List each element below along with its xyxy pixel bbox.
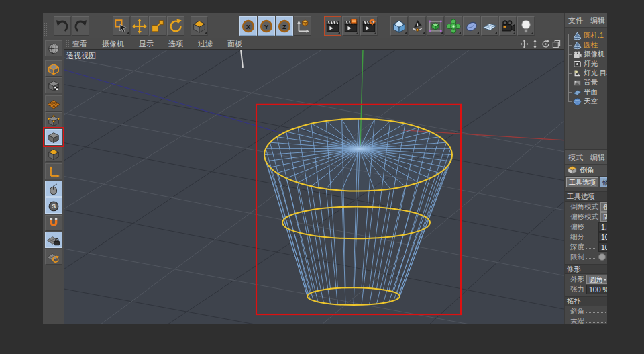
camera-button[interactable] (499, 16, 517, 36)
object-manager-menu-1[interactable]: 编辑 (590, 15, 605, 26)
workplane-mode-button[interactable] (45, 95, 62, 112)
tweak-mode-button[interactable] (45, 181, 62, 197)
coordinate-system-button[interactable] (294, 16, 311, 36)
viewport-label: 透视视图 (66, 51, 96, 61)
object-name: 摄像机 (584, 50, 605, 59)
render-group (324, 16, 378, 36)
object-row[interactable]: 摄像机 (565, 50, 607, 59)
generators-button[interactable] (427, 16, 444, 36)
value-field[interactable]: 10 (598, 232, 607, 242)
environment-floor-button[interactable] (481, 16, 498, 36)
object-row[interactable]: 灯光 (565, 59, 607, 69)
texture-mode-button[interactable] (45, 77, 62, 93)
dropdown[interactable]: 圆角 (586, 275, 607, 284)
points-mode-icon (46, 114, 61, 128)
object-row[interactable]: 圆柱 (565, 40, 607, 50)
object-row[interactable]: 圆柱.1 (565, 31, 607, 40)
section-header[interactable]: 工具选项 (565, 191, 607, 202)
checkbox[interactable] (598, 253, 606, 261)
attribute-label: 细分 (570, 232, 584, 242)
lock-x-axis-button[interactable]: X (239, 16, 257, 36)
viewport-menu-2[interactable]: 显示 (139, 39, 154, 49)
deformers-icon (445, 18, 462, 34)
add-primitive-button[interactable] (390, 16, 408, 36)
render-settings-button[interactable] (360, 16, 378, 36)
render-picture-viewer-button[interactable] (342, 16, 360, 36)
move-button[interactable] (131, 16, 148, 36)
polygons-mode-button[interactable] (45, 146, 62, 162)
object-row[interactable]: 平面 (565, 87, 607, 97)
right-panel: 文件编辑 圆柱.1圆柱摄像机灯光灯光.目标.1背景平面天空 模式编辑 倒角 工具… (564, 13, 607, 324)
lock-z-axis-button[interactable]: Z (276, 16, 293, 36)
attribute-label: 限制 (570, 253, 584, 262)
scene-svg (64, 50, 564, 324)
render-picture-viewer-icon (343, 18, 359, 34)
rotate-button[interactable] (167, 16, 184, 36)
viewport-menu-1[interactable]: 摄像机 (102, 39, 124, 49)
section-header[interactable]: 修形 (565, 264, 607, 274)
tweak-mode-icon (46, 182, 61, 196)
viewport-menu-4[interactable]: 过滤 (198, 39, 213, 49)
spline-pen-button[interactable] (409, 16, 426, 36)
scale-button[interactable] (149, 16, 166, 36)
deformers-button[interactable] (445, 16, 462, 36)
attribute-manager-menu-1[interactable]: 编辑 (590, 152, 605, 163)
enable-axis-button[interactable] (45, 163, 62, 179)
viewport-canvas[interactable]: 透视视图 (64, 49, 564, 324)
tab-shaping[interactable]: 修形 (600, 177, 607, 187)
render-view-button[interactable] (324, 16, 341, 36)
cam-icon (573, 50, 582, 59)
pan-view-button[interactable] (520, 40, 529, 48)
workplane-grid-button[interactable] (45, 249, 62, 265)
object-row[interactable]: 天空 (565, 97, 607, 106)
redo-icon (72, 18, 89, 34)
volume-button[interactable] (463, 16, 480, 36)
zoom-view-icon (531, 40, 539, 48)
object-manager-menu-0[interactable]: 文件 (568, 15, 583, 26)
lock-y-axis-button[interactable]: Y (258, 16, 275, 36)
attribute-label: 斜角 (570, 307, 584, 316)
object-row[interactable]: 灯光.目标.1 (565, 69, 607, 78)
attribute-manager: 模式编辑 倒角 工具选项修形 工具选项倒角模式倒偏移模式固偏移1.5细分10深度… (565, 149, 607, 324)
snap-button[interactable] (45, 215, 62, 231)
last-used-tool-button[interactable] (191, 16, 208, 36)
object-icon-wrap (573, 50, 582, 59)
toolbar-grip[interactable] (44, 16, 48, 36)
live-selection-button[interactable] (113, 16, 130, 36)
sky-icon (573, 97, 582, 106)
value-field[interactable]: 100 % (586, 285, 607, 294)
viewport-menu-grip[interactable] (66, 40, 70, 48)
rotate-view-button[interactable] (541, 40, 550, 48)
light-button[interactable] (517, 16, 535, 36)
toggle-view-button[interactable] (552, 40, 561, 48)
mode-dock: S (43, 38, 64, 324)
object-name: 灯光 (584, 59, 598, 69)
make-editable-icon (46, 42, 61, 56)
edges-mode-button[interactable] (45, 129, 62, 145)
generators-icon (427, 18, 443, 34)
attribute-row: 张力100 % (565, 284, 607, 294)
value-field[interactable]: 10 (598, 242, 607, 252)
snap-icon (46, 216, 61, 230)
attribute-row: 倒角模式倒 (565, 202, 607, 212)
object-row[interactable]: 背景 (565, 78, 607, 87)
points-mode-button[interactable] (45, 112, 62, 128)
environment-floor-icon (482, 18, 498, 34)
attribute-manager-menu-0[interactable]: 模式 (568, 152, 583, 163)
viewport-menu-3[interactable]: 选项 (168, 39, 183, 49)
zoom-view-button[interactable] (531, 40, 539, 48)
workplane-lock-button[interactable] (45, 232, 62, 248)
viewport-menu-0[interactable]: 查看 (72, 39, 87, 49)
cone-icon (573, 41, 582, 50)
value-field[interactable]: 1.5 (598, 222, 607, 232)
dropdown[interactable]: 倒 (600, 202, 607, 212)
make-editable-button[interactable] (45, 40, 62, 56)
model-mode-button[interactable] (45, 60, 62, 77)
viewport-menu-5[interactable]: 面板 (227, 39, 242, 49)
tab-tool-options[interactable]: 工具选项 (566, 177, 598, 187)
section-header[interactable]: 拓扑 (565, 296, 607, 306)
undo-button[interactable] (54, 16, 71, 36)
redo-button[interactable] (72, 16, 89, 36)
soft-selection-button[interactable]: S (45, 197, 62, 214)
dropdown[interactable]: 固 (600, 212, 607, 222)
